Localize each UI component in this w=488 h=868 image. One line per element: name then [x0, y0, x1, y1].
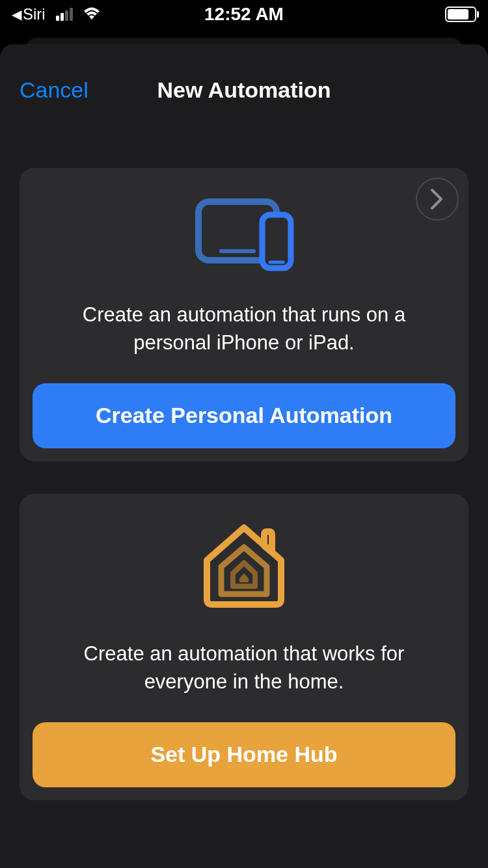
set-up-home-hub-button[interactable]: Set Up Home Hub: [33, 722, 455, 787]
status-bar: ◀ Siri 12:52 AM: [0, 0, 488, 29]
page-title: New Automation: [157, 77, 331, 103]
home-icon: [195, 520, 293, 614]
nav-header: Cancel New Automation: [0, 64, 488, 116]
back-app-label: Siri: [23, 5, 46, 23]
back-to-app[interactable]: ◀ Siri: [12, 5, 46, 23]
personal-card-description: Create an automation that runs on a pers…: [33, 301, 455, 357]
home-card-description: Create an automation that works for ever…: [33, 640, 455, 696]
battery-icon: [445, 7, 476, 22]
wifi-icon: [82, 4, 102, 25]
cancel-button[interactable]: Cancel: [20, 77, 88, 103]
cards-container: Create an automation that runs on a pers…: [0, 148, 488, 820]
next-button[interactable]: [416, 178, 459, 221]
status-right: [445, 7, 476, 22]
personal-automation-card: Create an automation that runs on a pers…: [20, 168, 468, 461]
status-left: ◀ Siri: [12, 4, 102, 25]
devices-icon: [192, 194, 296, 275]
modal-sheet: Cancel New Automation Create an automati…: [0, 44, 488, 868]
back-chevron-icon: ◀: [12, 7, 21, 22]
home-automation-card: Create an automation that works for ever…: [20, 494, 468, 800]
chevron-right-icon: [429, 187, 445, 211]
cellular-signal-icon: [56, 8, 73, 21]
create-personal-automation-button[interactable]: Create Personal Automation: [33, 383, 455, 448]
status-time: 12:52 AM: [204, 4, 284, 25]
svg-rect-2: [262, 215, 291, 268]
